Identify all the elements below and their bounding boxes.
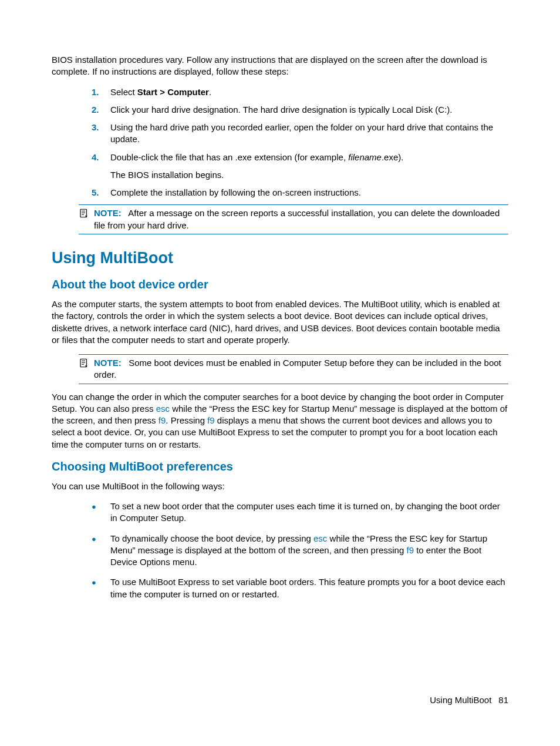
note-icon bbox=[79, 358, 92, 371]
bullet-text: To set a new boot order that the compute… bbox=[110, 500, 508, 525]
bullet-item: ● To use MultiBoot Express to set variab… bbox=[92, 576, 508, 600]
heading-1: Using MultiBoot bbox=[52, 247, 508, 268]
page: BIOS installation procedures vary. Follo… bbox=[0, 0, 560, 746]
bullet-item: ● To dynamically choose the boot device,… bbox=[92, 533, 508, 569]
key-esc: esc bbox=[313, 533, 327, 543]
step-number: 5. bbox=[92, 187, 110, 199]
key-f9: f9 bbox=[406, 545, 414, 555]
choosing-intro: You can use MultiBoot in the following w… bbox=[52, 480, 508, 492]
key-esc: esc bbox=[156, 404, 170, 414]
note-box: NOTE: Some boot devices must be enabled … bbox=[79, 354, 508, 384]
heading-2-choosing: Choosing MultiBoot preferences bbox=[52, 459, 508, 475]
about-paragraph: As the computer starts, the system attem… bbox=[52, 298, 508, 346]
bullet-item: ● To set a new boot order that the compu… bbox=[92, 500, 508, 525]
step-number: 2. bbox=[92, 104, 110, 116]
step-text: Complete the installation by following t… bbox=[110, 187, 508, 199]
key-f9: f9 bbox=[207, 415, 215, 425]
step-text: Using the hard drive path you recorded e… bbox=[110, 122, 508, 146]
intro-paragraph: BIOS installation procedures vary. Follo… bbox=[52, 54, 508, 78]
page-footer: Using MultiBoot81 bbox=[430, 694, 508, 706]
bullet-icon: ● bbox=[92, 500, 110, 525]
bullet-text: To dynamically choose the boot device, b… bbox=[110, 533, 508, 569]
bullet-list: ● To set a new boot order that the compu… bbox=[92, 500, 508, 600]
step-number: 1. bbox=[92, 86, 110, 98]
bullet-icon: ● bbox=[92, 533, 110, 569]
bullet-icon: ● bbox=[92, 576, 110, 600]
footer-title: Using MultiBoot bbox=[430, 695, 491, 705]
step-5: 5. Complete the installation by followin… bbox=[92, 187, 508, 199]
step-number: 3. bbox=[92, 122, 110, 146]
step-2: 2. Click your hard drive designation. Th… bbox=[92, 104, 508, 116]
paragraph-change-order: You can change the order in which the co… bbox=[52, 391, 508, 451]
step-number: 4. bbox=[92, 152, 110, 182]
step-subtext: The BIOS installation begins. bbox=[110, 169, 508, 181]
heading-2-about: About the boot device order bbox=[52, 277, 508, 293]
page-number: 81 bbox=[498, 695, 508, 705]
note-text: NOTE: After a message on the screen repo… bbox=[94, 207, 508, 231]
note-text: NOTE: Some boot devices must be enabled … bbox=[94, 357, 508, 381]
bullet-text: To use MultiBoot Express to set variable… bbox=[110, 576, 508, 600]
step-1: 1. Select Start > Computer. bbox=[92, 86, 508, 98]
step-text: Double-click the file that has an .exe e… bbox=[110, 152, 508, 182]
step-text: Select Start > Computer. bbox=[110, 86, 508, 98]
step-3: 3. Using the hard drive path you recorde… bbox=[92, 122, 508, 146]
note-box: NOTE: After a message on the screen repo… bbox=[79, 204, 508, 234]
note-icon bbox=[79, 208, 92, 221]
step-4: 4. Double-click the file that has an .ex… bbox=[92, 152, 508, 182]
key-f9: f9 bbox=[158, 415, 166, 425]
steps-list: 1. Select Start > Computer. 2. Click you… bbox=[92, 86, 508, 199]
step-text: Click your hard drive designation. The h… bbox=[110, 104, 508, 116]
